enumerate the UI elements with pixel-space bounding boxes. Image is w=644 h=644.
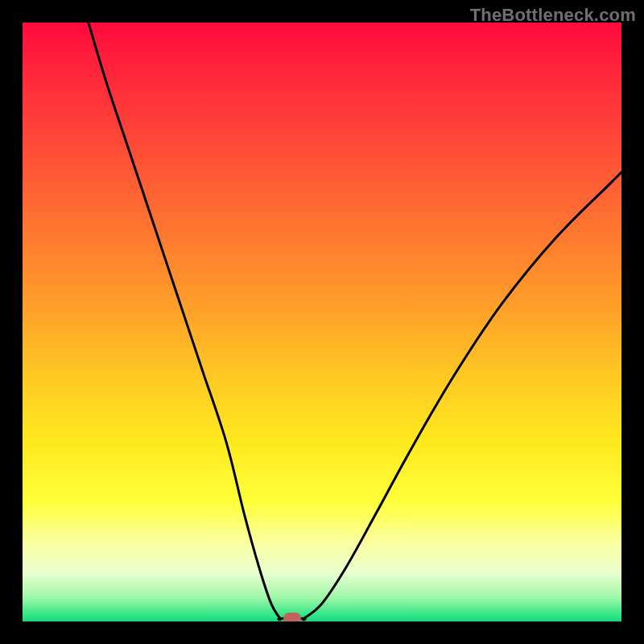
chart-frame: TheBottleneck.com <box>0 0 644 644</box>
plot-area <box>23 23 621 621</box>
optimal-point-marker-icon <box>283 613 301 621</box>
bottleneck-curve <box>23 23 621 621</box>
watermark-label: TheBottleneck.com <box>470 5 636 26</box>
